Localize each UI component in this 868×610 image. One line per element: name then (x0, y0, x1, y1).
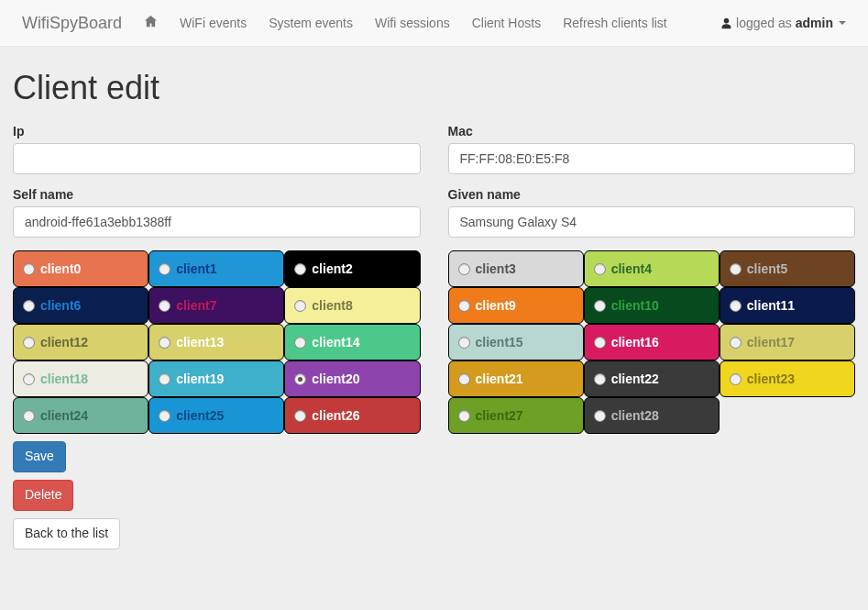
brand-link[interactable]: WifiSpyBoard (11, 14, 133, 33)
client-radio[interactable] (594, 373, 606, 385)
client-swatch-label: client2 (312, 261, 352, 276)
save-button[interactable]: Save (13, 441, 66, 472)
client-swatch-label: client11 (747, 298, 795, 313)
mac-input[interactable] (448, 143, 856, 174)
client-swatch[interactable]: client3 (448, 250, 584, 287)
client-swatch[interactable]: client24 (13, 397, 148, 434)
client-swatch[interactable]: client2 (284, 250, 420, 287)
client-radio[interactable] (458, 410, 470, 422)
client-swatch[interactable]: client19 (148, 360, 284, 397)
client-swatch[interactable]: client18 (13, 360, 148, 397)
client-swatch-label: client1 (176, 261, 216, 276)
client-radio[interactable] (23, 263, 35, 275)
client-swatch[interactable]: client28 (584, 397, 720, 434)
client-swatch[interactable]: client13 (148, 324, 284, 360)
nav-system-events[interactable]: System events (258, 2, 364, 44)
client-radio[interactable] (594, 337, 606, 349)
client-radio[interactable] (294, 337, 306, 349)
mac-label: Mac (448, 124, 856, 139)
client-radio[interactable] (159, 410, 170, 422)
client-radio[interactable] (294, 263, 306, 275)
nav-client-hosts[interactable]: Client Hosts (461, 2, 552, 44)
self-name-input[interactable] (13, 206, 421, 238)
client-swatch[interactable]: client17 (720, 324, 855, 360)
client-swatch-label: client4 (611, 261, 652, 276)
client-swatch-label: client7 (176, 298, 216, 313)
ip-input[interactable] (13, 143, 421, 174)
client-swatch[interactable]: client10 (584, 287, 720, 324)
nav-refresh-clients[interactable]: Refresh clients list (552, 2, 678, 44)
client-swatch[interactable]: client6 (13, 287, 148, 324)
client-swatch-label: client3 (476, 261, 516, 276)
client-radio[interactable] (159, 300, 170, 312)
client-swatch[interactable]: client27 (448, 397, 584, 434)
client-swatch-label: client17 (747, 335, 795, 349)
given-name-input[interactable] (448, 206, 856, 238)
back-button[interactable]: Back to the list (13, 518, 120, 549)
client-swatch[interactable]: client5 (720, 250, 855, 287)
home-link[interactable] (133, 1, 169, 45)
client-swatch-label: client26 (312, 408, 359, 423)
client-radio[interactable] (294, 300, 306, 312)
client-swatch-label: client15 (476, 335, 523, 349)
client-radio[interactable] (730, 373, 742, 385)
client-swatch-label: client8 (312, 298, 352, 313)
nav-wifi-events[interactable]: WiFi events (169, 2, 258, 44)
client-radio[interactable] (458, 337, 470, 349)
delete-button[interactable]: Delete (13, 480, 73, 511)
client-swatch[interactable]: client7 (148, 287, 284, 324)
client-radio[interactable] (23, 410, 35, 422)
client-radio[interactable] (159, 263, 170, 275)
client-swatch-label: client10 (611, 298, 659, 313)
client-radio[interactable] (594, 263, 606, 275)
client-swatch-label: client0 (40, 261, 81, 276)
client-swatch[interactable]: client9 (448, 287, 584, 324)
client-swatch[interactable]: client16 (584, 324, 720, 360)
client-swatch[interactable]: client15 (448, 324, 584, 360)
user-menu[interactable]: logged as admin (709, 2, 857, 44)
nav-wifi-sessions[interactable]: Wifi sessions (364, 2, 461, 44)
client-palette: client0client1client2client6client7clien… (13, 250, 855, 434)
client-swatch[interactable]: client14 (284, 324, 420, 360)
client-swatch[interactable]: client12 (13, 324, 148, 360)
home-icon (144, 15, 158, 28)
given-name-label: Given name (448, 187, 856, 202)
client-swatch-label: client6 (40, 298, 81, 313)
client-radio[interactable] (294, 410, 306, 422)
client-swatch[interactable]: client1 (148, 250, 284, 287)
client-swatch[interactable]: client20 (284, 360, 420, 397)
client-radio[interactable] (458, 373, 470, 385)
client-radio[interactable] (23, 373, 35, 385)
client-swatch[interactable]: client8 (284, 287, 420, 324)
client-swatch[interactable]: client0 (13, 250, 148, 287)
client-swatch-label: client13 (176, 335, 224, 349)
client-radio[interactable] (730, 337, 742, 349)
client-radio[interactable] (730, 300, 742, 312)
client-radio[interactable] (294, 373, 306, 385)
client-radio[interactable] (458, 300, 470, 312)
user-icon (720, 17, 732, 29)
client-swatch[interactable]: client11 (720, 287, 855, 324)
client-swatch[interactable]: client26 (284, 397, 420, 434)
client-radio[interactable] (23, 337, 35, 349)
client-swatch-label: client28 (611, 408, 659, 423)
client-radio[interactable] (23, 300, 35, 312)
client-swatch-label: client14 (312, 335, 359, 349)
client-swatch[interactable]: client22 (584, 360, 720, 397)
client-radio[interactable] (159, 373, 170, 385)
client-radio[interactable] (458, 263, 470, 275)
client-radio[interactable] (594, 410, 606, 422)
client-swatch-label: client12 (40, 335, 88, 349)
client-swatch-label: client5 (747, 261, 787, 276)
client-swatch-label: client16 (611, 335, 659, 349)
client-swatch-label: client19 (176, 372, 224, 386)
client-swatch[interactable]: client23 (720, 360, 855, 397)
client-radio[interactable] (159, 337, 170, 349)
client-swatch-label: client21 (476, 372, 523, 386)
client-swatch[interactable]: client25 (148, 397, 284, 434)
client-radio[interactable] (730, 263, 742, 275)
self-name-label: Self name (13, 187, 421, 202)
client-swatch[interactable]: client21 (448, 360, 584, 397)
client-swatch[interactable]: client4 (584, 250, 720, 287)
client-radio[interactable] (594, 300, 606, 312)
